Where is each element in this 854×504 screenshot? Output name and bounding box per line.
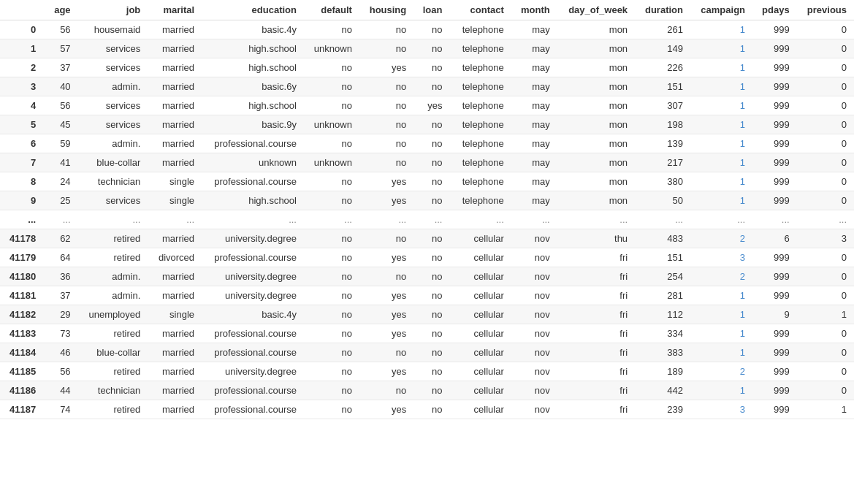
table-cell: yes — [359, 58, 413, 77]
table-cell: 442 — [635, 381, 690, 400]
header-loan: loan — [413, 0, 449, 20]
table-cell: fri — [557, 324, 635, 343]
table-cell: 307 — [635, 96, 690, 115]
table-cell: cellular — [449, 343, 511, 362]
table-cell: no — [413, 115, 449, 134]
table-cell: 56 — [43, 96, 77, 115]
table-cell: 3 — [797, 229, 854, 248]
table-cell: 37 — [43, 58, 77, 77]
table-cell: 7 — [0, 153, 43, 172]
table-cell: 1 — [690, 172, 752, 191]
table-cell: cellular — [449, 267, 511, 286]
table-cell: telephone — [449, 96, 511, 115]
table-cell: 254 — [635, 267, 690, 286]
table-cell: 41181 — [0, 286, 43, 305]
table-cell: ... — [148, 210, 202, 229]
table-cell: admin. — [78, 286, 148, 305]
table-cell: no — [413, 134, 449, 153]
table-cell: 198 — [635, 115, 690, 134]
table-cell: married — [148, 58, 202, 77]
table-cell: 334 — [635, 324, 690, 343]
table-cell: telephone — [449, 191, 511, 210]
table-cell: no — [304, 362, 359, 381]
table-cell: yes — [413, 96, 449, 115]
table-cell: 1 — [690, 153, 752, 172]
table-cell: married — [148, 115, 202, 134]
table-cell: married — [148, 267, 202, 286]
table-cell: 0 — [797, 172, 854, 191]
table-cell: no — [304, 172, 359, 191]
table-cell: 1 — [0, 39, 43, 58]
table-cell: 0 — [797, 115, 854, 134]
table-cell: no — [359, 134, 413, 153]
table-cell: no — [304, 286, 359, 305]
table-cell: services — [78, 96, 148, 115]
header-index — [0, 0, 43, 20]
table-cell: mon — [557, 172, 635, 191]
table-cell: 46 — [43, 343, 77, 362]
table-cell: married — [148, 96, 202, 115]
table-cell: unknown — [304, 39, 359, 58]
table-cell: ... — [304, 210, 359, 229]
table-cell: ... — [202, 210, 304, 229]
table-row: 4118036admin.marrieduniversity.degreenon… — [0, 267, 854, 286]
table-cell: 483 — [635, 229, 690, 248]
table-cell: no — [413, 305, 449, 324]
table-cell: telephone — [449, 134, 511, 153]
table-cell: may — [511, 77, 557, 96]
table-row: 824techniciansingleprofessional.courseno… — [0, 172, 854, 191]
table-cell: 56 — [43, 20, 77, 39]
table-cell: 1 — [690, 343, 752, 362]
header-month: month — [511, 0, 557, 20]
table-cell: 50 — [635, 191, 690, 210]
table-cell: no — [304, 305, 359, 324]
table-cell: mon — [557, 20, 635, 39]
table-cell: no — [413, 381, 449, 400]
table-cell: 999 — [752, 134, 797, 153]
table-cell: married — [148, 77, 202, 96]
table-cell: 999 — [752, 362, 797, 381]
table-cell: 0 — [797, 286, 854, 305]
table-cell: retired — [78, 400, 148, 419]
table-cell: blue-collar — [78, 153, 148, 172]
table-cell: fri — [557, 305, 635, 324]
table-cell: no — [304, 343, 359, 362]
table-cell: no — [413, 172, 449, 191]
table-cell: telephone — [449, 39, 511, 58]
table-cell: cellular — [449, 381, 511, 400]
table-cell: professional.course — [202, 248, 304, 267]
table-cell: 999 — [752, 191, 797, 210]
table-cell: no — [359, 20, 413, 39]
table-row: 340admin.marriedbasic.6ynononotelephonem… — [0, 77, 854, 96]
table-cell: yes — [359, 305, 413, 324]
table-cell: single — [148, 305, 202, 324]
table-cell: no — [359, 153, 413, 172]
table-cell: may — [511, 20, 557, 39]
table-cell: 383 — [635, 343, 690, 362]
table-cell: unknown — [304, 153, 359, 172]
table-cell: professional.course — [202, 400, 304, 419]
table-cell: married — [148, 286, 202, 305]
table-cell: 3 — [0, 77, 43, 96]
table-cell: may — [511, 115, 557, 134]
header-marital: marital — [148, 0, 202, 20]
table-cell: no — [304, 77, 359, 96]
table-row: 4118446blue-collarmarriedprofessional.co… — [0, 343, 854, 362]
table-cell: no — [413, 153, 449, 172]
table-cell: 999 — [752, 343, 797, 362]
table-row: 741blue-collarmarriedunknownunknownnonot… — [0, 153, 854, 172]
table-cell: telephone — [449, 20, 511, 39]
table-cell: retired — [78, 229, 148, 248]
table-cell: may — [511, 172, 557, 191]
table-cell: yes — [359, 248, 413, 267]
table-cell: 0 — [797, 39, 854, 58]
table-cell: 1 — [797, 400, 854, 419]
table-cell: no — [304, 229, 359, 248]
table-cell: 0 — [797, 134, 854, 153]
table-cell: no — [304, 191, 359, 210]
table-cell: 0 — [797, 324, 854, 343]
table-cell: 999 — [752, 267, 797, 286]
table-cell: 0 — [797, 58, 854, 77]
table-cell: married — [148, 229, 202, 248]
table-cell: professional.course — [202, 343, 304, 362]
